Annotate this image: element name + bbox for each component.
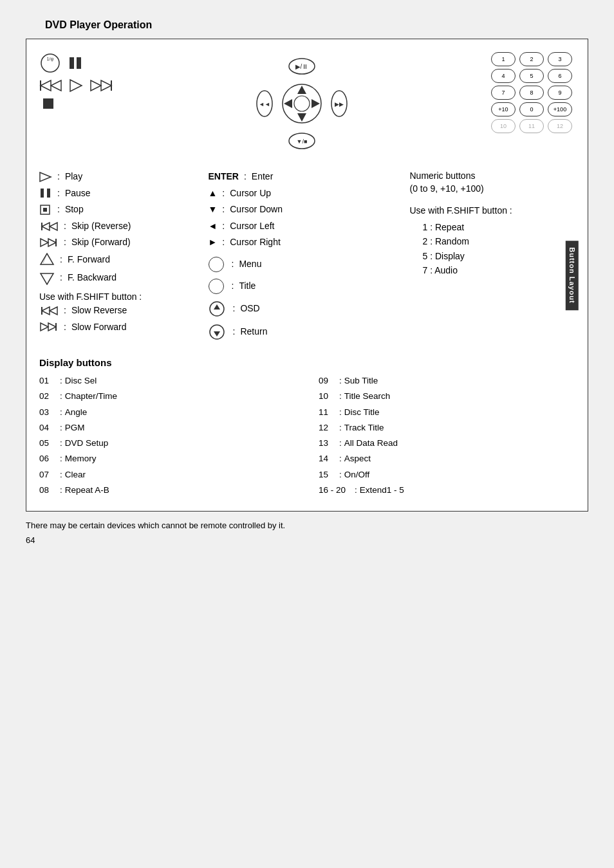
svg-text:◄◄: ◄◄ <box>259 101 270 107</box>
numeric-subtitle: (0 to 9, +10, +100) <box>410 183 573 194</box>
num-btn-3[interactable]: 3 <box>548 52 572 66</box>
main-content-box: Button Layout 1/ψ <box>26 39 588 512</box>
svg-marker-40 <box>42 307 50 315</box>
sidebar-label: Button Layout <box>566 241 579 310</box>
num-btn-5[interactable]: 5 <box>519 69 544 83</box>
svg-rect-30 <box>43 208 47 212</box>
fshift-left-section: Use with F.SHIFT button : : Slow Reverse <box>39 291 202 333</box>
pause-icon <box>68 55 83 71</box>
desc-slow-forward: : Slow Forward <box>39 321 202 334</box>
num-btn-11[interactable]: 11 <box>519 119 544 133</box>
desc-skip-fwd-label: Skip (Forward) <box>71 236 131 249</box>
display-item-05: 05: DVD Setup <box>39 436 293 451</box>
num-btn-10[interactable]: 10 <box>491 119 516 133</box>
desc-menu-label: Menu <box>239 258 261 271</box>
desc-skip-fwd: : Skip (Forward) <box>39 236 202 249</box>
svg-marker-31 <box>42 223 50 230</box>
nav-dpad-icon: ▶/⏸ ◄◄ ▶▶ ▼/■ <box>250 52 353 155</box>
svg-marker-47 <box>214 304 220 309</box>
svg-marker-37 <box>41 254 53 264</box>
svg-marker-18 <box>297 86 306 94</box>
icon-row-2 <box>39 78 113 93</box>
icon-row-1: 1/ψ <box>39 52 113 74</box>
f-forward-desc-icon <box>39 253 55 267</box>
page-number: 64 <box>26 535 588 545</box>
numeric-row-1: 1 2 3 <box>491 52 572 66</box>
desc-col-center: ENTER : Enter ▲ : Cursor Up ▼ : Cursor D… <box>202 171 404 344</box>
num-btn-2[interactable]: 2 <box>519 52 544 66</box>
skip-fwd-desc-icon <box>39 237 59 248</box>
desc-osd-label: OSD <box>240 302 259 315</box>
num-btn-7[interactable]: 7 <box>491 86 516 100</box>
svg-marker-8 <box>91 80 101 91</box>
fshift-right-title: Use with F.SHIFT button : <box>410 204 573 217</box>
stop-icon <box>42 97 55 110</box>
fshift-item-2: 2 : Random <box>423 234 573 248</box>
numeric-row-3: 7 8 9 <box>491 86 572 100</box>
fshift-right-items: 1 : Repeat 2 : Random 5 : Display 7 : Au… <box>410 220 573 278</box>
display-item-14: 14: Aspect <box>319 451 572 466</box>
svg-rect-11 <box>43 98 53 109</box>
display-col-right: 09: Sub Title 10: Title Search 11: Disc … <box>319 373 572 498</box>
svg-marker-9 <box>101 80 111 91</box>
desc-f-forward-label: F. Forward <box>68 254 110 266</box>
desc-skip-rev-label: Skip (Reverse) <box>71 220 131 233</box>
svg-marker-4 <box>41 80 51 91</box>
svg-marker-35 <box>48 239 56 246</box>
desc-pause: : Pause <box>39 187 202 200</box>
display-item-07: 07: Clear <box>39 467 293 483</box>
num-btn-plus100[interactable]: +100 <box>548 102 572 116</box>
num-btn-4[interactable]: 4 <box>491 69 516 83</box>
desc-title-label: Title <box>239 280 256 293</box>
bottom-note: There may be certain devices which canno… <box>26 521 588 530</box>
display-item-10: 10: Title Search <box>319 389 572 404</box>
svg-marker-49 <box>214 331 220 337</box>
skip-reverse-icon <box>39 78 62 93</box>
desc-col-left: : Play : Pause : S <box>39 171 202 344</box>
num-btn-12[interactable]: 12 <box>548 119 572 133</box>
icon-row-3 <box>39 97 113 110</box>
desc-menu: : Menu <box>209 257 404 272</box>
display-item-11: 11: Disc Title <box>319 405 572 420</box>
svg-marker-32 <box>50 223 57 230</box>
num-btn-0[interactable]: 0 <box>519 102 544 116</box>
desc-return: : Return <box>209 324 404 340</box>
return-circle-icon <box>209 324 225 340</box>
svg-marker-43 <box>41 323 48 331</box>
desc-osd: : OSD <box>209 300 404 317</box>
desc-stop: : Stop <box>39 203 202 216</box>
desc-skip-rev: : Skip (Reverse) <box>39 220 202 233</box>
num-btn-8[interactable]: 8 <box>519 86 544 100</box>
svg-marker-5 <box>51 80 61 91</box>
fshift-item-5: 5 : Display <box>423 249 573 263</box>
title-circle-icon <box>209 279 224 294</box>
svg-point-17 <box>294 96 310 111</box>
num-btn-1[interactable]: 1 <box>491 52 516 66</box>
desc-cursor-right-label: Cursor Right <box>230 236 281 249</box>
svg-rect-2 <box>70 57 74 69</box>
desc-slow-reverse-label: Slow Reverse <box>71 304 127 317</box>
desc-stop-label: Stop <box>65 203 84 216</box>
num-btn-plus10[interactable]: +10 <box>491 102 516 116</box>
desc-cursor-up-label: Cursor Up <box>230 187 271 200</box>
fshift-item-7: 7 : Audio <box>423 263 573 277</box>
desc-col-right: Numeric buttons (0 to 9, +10, +100) Use … <box>404 171 573 344</box>
display-buttons-title: Display buttons <box>39 357 572 368</box>
display-item-13: 13: All Data Read <box>319 436 572 451</box>
f-backward-desc-icon <box>39 271 55 285</box>
cursor-up-symbol: ▲ <box>209 187 218 200</box>
desc-cursor-down: ▼ : Cursor Down <box>209 203 404 216</box>
num-btn-9[interactable]: 9 <box>548 86 572 100</box>
desc-f-forward: : F. Forward <box>39 253 202 267</box>
display-item-04: 04: PGM <box>39 420 293 436</box>
icons-area: 1/ψ <box>39 52 572 155</box>
pause-desc-icon <box>39 188 52 198</box>
num-btn-6[interactable]: 6 <box>548 69 572 83</box>
skip-rev-desc-icon <box>39 221 59 232</box>
numeric-grid: 1 2 3 4 5 6 7 8 9 +10 <box>491 52 572 133</box>
svg-text:1/ψ: 1/ψ <box>47 57 54 62</box>
cursor-right-symbol: ► <box>209 236 218 249</box>
fshift-item-1: 1 : Repeat <box>423 220 573 234</box>
display-item-15: 15: On/Off <box>319 467 572 483</box>
svg-marker-44 <box>48 323 56 331</box>
